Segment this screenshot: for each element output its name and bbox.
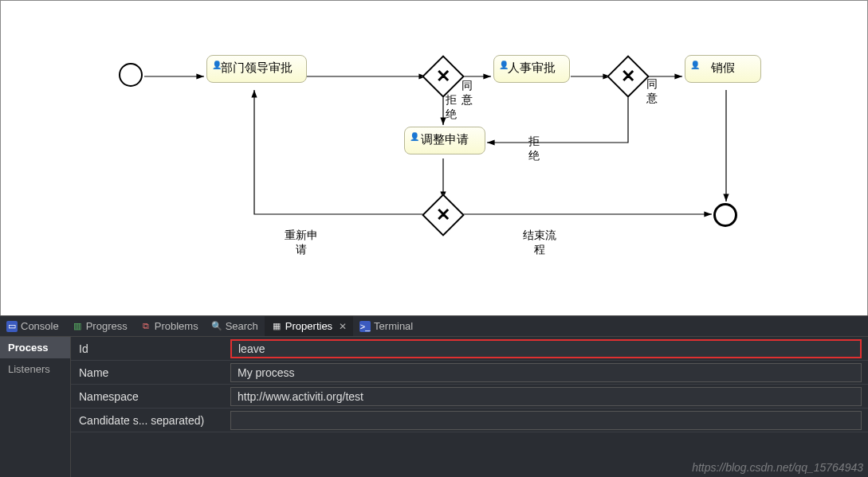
tab-label: Terminal <box>374 320 413 332</box>
edge-label-agree-1: 同 意 <box>461 79 473 108</box>
edge-label-reject-1: 拒 绝 <box>446 93 457 122</box>
terminal-icon: >_ <box>359 321 371 332</box>
tab-properties[interactable]: ▦Properties✕ <box>265 316 353 336</box>
task-label: 调整申请 <box>421 132 469 146</box>
prop-namespace-input[interactable] <box>230 387 862 406</box>
end-event[interactable] <box>713 203 737 227</box>
diagram-edges <box>1 1 867 315</box>
prop-label: Name <box>71 366 230 379</box>
task-label: 部门领导审批 <box>221 61 293 74</box>
tab-problems[interactable]: ⧉Problems <box>134 316 205 336</box>
tab-label: Properties <box>285 320 332 332</box>
tab-terminal[interactable]: >_Terminal <box>353 316 419 336</box>
tab-label: Problems <box>155 320 198 332</box>
prop-row-namespace: Namespace <box>71 385 868 409</box>
close-icon[interactable]: ✕ <box>339 321 347 332</box>
prop-candidate-input[interactable] <box>230 411 862 430</box>
edge-label-reject-2: 拒 绝 <box>528 135 540 163</box>
task-dept-approve[interactable]: 👤 部门领导审批 <box>206 55 307 83</box>
task-hr-approve[interactable]: 👤 人事审批 <box>493 55 570 83</box>
user-task-icon: 👤 <box>690 61 700 69</box>
properties-icon: ▦ <box>271 321 282 332</box>
prop-label: Namespace <box>71 390 230 403</box>
tab-progress[interactable]: ▥Progress <box>65 316 134 336</box>
edge-label-reapply: 重新申 请 <box>285 229 318 257</box>
tab-label: Console <box>21 320 59 332</box>
bottom-panel: ▭Console ▥Progress ⧉Problems 🔍Search ▦Pr… <box>0 315 868 477</box>
task-label: 销假 <box>711 61 735 74</box>
task-label: 人事审批 <box>508 61 556 74</box>
tab-console[interactable]: ▭Console <box>0 316 65 336</box>
properties-nav: Process Listeners <box>0 337 71 477</box>
task-cancel-leave[interactable]: 👤 销假 <box>685 55 761 83</box>
gateway-2[interactable]: ✕ <box>607 55 650 98</box>
edge-label-endflow: 结束流 程 <box>523 229 556 257</box>
gateway-3[interactable]: ✕ <box>422 194 465 237</box>
prop-row-name: Name <box>71 361 868 385</box>
tab-label: Search <box>226 320 258 332</box>
progress-icon: ▥ <box>72 321 83 332</box>
problems-icon: ⧉ <box>140 321 151 332</box>
gateway-1[interactable]: ✕ <box>422 55 465 98</box>
search-icon: 🔍 <box>211 321 222 332</box>
tab-search[interactable]: 🔍Search <box>205 316 265 336</box>
prop-row-candidate: Candidate s... separated) <box>71 409 868 432</box>
properties-grid: Process Listeners Id Name Namespace Cand… <box>0 337 868 477</box>
prop-label: Candidate s... separated) <box>71 414 230 427</box>
prop-label: Id <box>71 342 230 355</box>
view-tabstrip: ▭Console ▥Progress ⧉Problems 🔍Search ▦Pr… <box>0 316 868 337</box>
prop-row-id: Id <box>71 337 868 361</box>
user-task-icon: 👤 <box>410 132 419 141</box>
edge-label-agree-2: 同 意 <box>646 77 658 106</box>
console-icon: ▭ <box>6 321 18 332</box>
diagram-canvas[interactable]: 👤 部门领导审批 ✕ 同 意 拒 绝 👤 人事审批 ✕ 同 意 拒 绝 👤 销假… <box>1 1 867 315</box>
watermark-text: https://blog.csdn.net/qq_15764943 <box>692 461 863 474</box>
propnav-listeners[interactable]: Listeners <box>0 358 70 380</box>
start-event[interactable] <box>119 63 143 87</box>
task-adjust-request[interactable]: 👤 调整申请 <box>404 127 485 154</box>
properties-fields: Id Name Namespace Candidate s... separat… <box>71 337 868 477</box>
user-task-icon: 👤 <box>499 61 509 69</box>
prop-id-input[interactable] <box>230 339 862 358</box>
tab-label: Progress <box>86 320 128 332</box>
propnav-process[interactable]: Process <box>0 337 70 358</box>
user-task-icon: 👤 <box>212 61 222 69</box>
prop-name-input[interactable] <box>230 363 862 382</box>
